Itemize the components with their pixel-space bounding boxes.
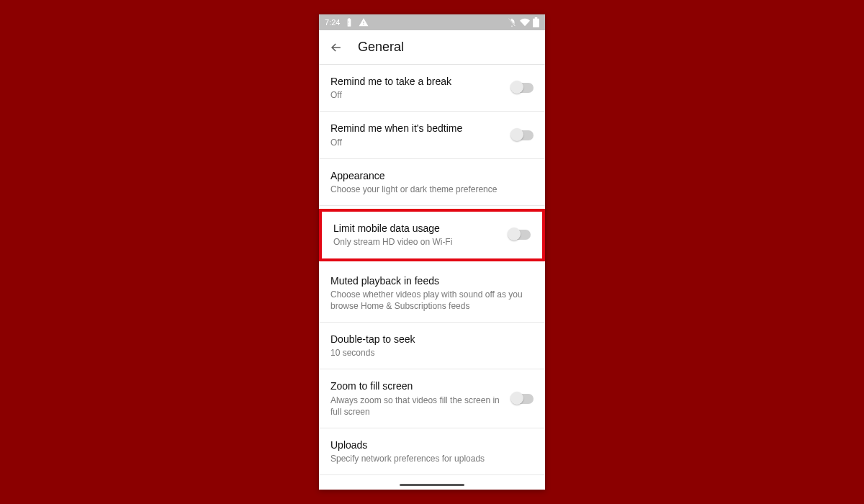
setting-text: Remind me when it's bedtime Off [330,122,512,148]
setting-text: Zoom to fill screen Always zoom so that … [330,379,512,418]
navigation-bar [319,480,545,490]
setting-subtitle: Choose whether videos play with sound of… [330,289,526,312]
setting-double-tap[interactable]: Double-tap to seek 10 seconds [319,323,545,369]
notifications-off-icon [507,17,517,27]
setting-text: Appearance Choose your light or dark the… [330,169,534,195]
status-bar: 7:24 [319,14,545,30]
page-title: General [358,40,404,55]
setting-text: Limit mobile data usage Only stream HD v… [333,222,509,248]
setting-subtitle: Only stream HD video on Wi-Fi [333,236,502,248]
setting-text: Muted playback in feeds Choose whether v… [330,274,534,312]
setting-title: Double-tap to seek [330,333,526,346]
setting-muted-playback[interactable]: Muted playback in feeds Choose whether v… [319,264,545,323]
setting-text: Uploads Specify network preferences for … [330,438,534,464]
status-left: 7:24 [325,17,369,27]
battery-alert-icon [344,17,354,27]
setting-subtitle: Choose your light or dark theme preferen… [330,184,526,195]
battery-icon [533,17,539,27]
setting-subtitle: 10 seconds [330,347,526,359]
setting-appearance[interactable]: Appearance Choose your light or dark the… [319,159,545,206]
toggle-remind-break[interactable] [512,83,534,93]
warning-icon [359,17,369,27]
setting-text: Double-tap to seek 10 seconds [330,333,534,359]
setting-title: Remind me to take a break [330,75,505,88]
highlighted-setting: Limit mobile data usage Only stream HD v… [319,209,545,261]
status-right [507,17,539,27]
setting-text: Remind me to take a break Off [330,75,512,101]
setting-title: Remind me when it's bedtime [330,122,505,135]
arrow-left-icon [329,40,343,55]
nav-handle[interactable] [400,484,464,486]
app-header: General [319,30,545,65]
toggle-remind-bedtime[interactable] [512,130,534,140]
status-time: 7:24 [325,18,340,27]
setting-remind-break[interactable]: Remind me to take a break Off [319,65,545,112]
setting-title: Uploads [330,438,526,451]
setting-subtitle: Always zoom so that videos fill the scre… [330,395,505,418]
settings-list: Remind me to take a break Off Remind me … [319,65,545,475]
setting-remind-bedtime[interactable]: Remind me when it's bedtime Off [319,112,545,158]
toggle-zoom-fill[interactable] [512,394,534,404]
setting-zoom-fill[interactable]: Zoom to fill screen Always zoom so that … [319,369,545,428]
setting-subtitle: Specify network preferences for uploads [330,453,526,464]
setting-subtitle: Off [330,137,505,148]
setting-title: Muted playback in feeds [330,274,526,287]
wifi-icon [520,17,530,27]
setting-title: Appearance [330,169,526,182]
back-button[interactable] [328,39,345,56]
setting-title: Zoom to fill screen [330,379,505,392]
toggle-limit-data[interactable] [509,230,531,240]
setting-subtitle: Off [330,89,505,101]
setting-limit-data[interactable]: Limit mobile data usage Only stream HD v… [322,212,542,258]
phone-frame: 7:24 General Remind me to take a break O… [319,14,545,490]
setting-title: Limit mobile data usage [333,222,502,235]
setting-uploads[interactable]: Uploads Specify network preferences for … [319,428,545,475]
